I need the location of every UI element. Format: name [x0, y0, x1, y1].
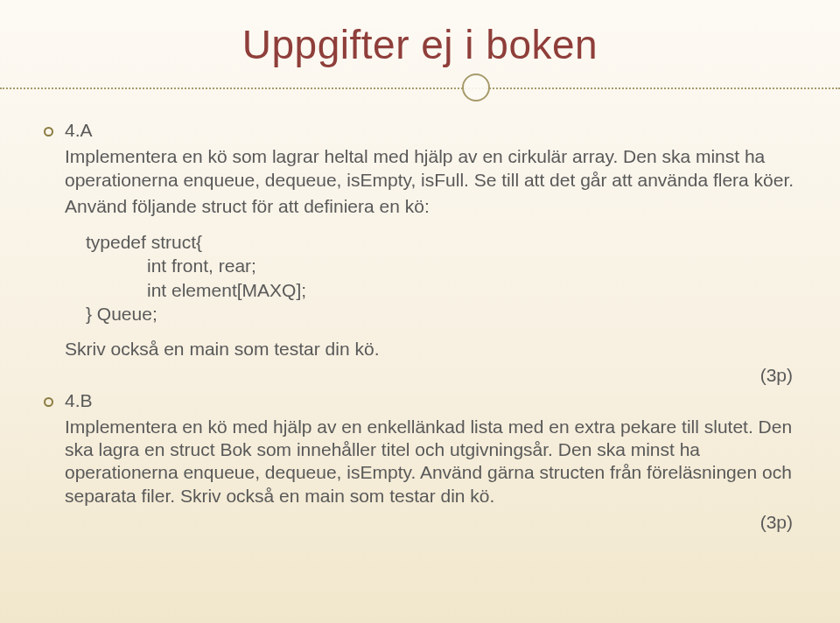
- heading-4b: 4.B: [65, 389, 798, 412]
- text-4a-p1: Implementera en kö som lagrar heltal med…: [65, 145, 798, 192]
- score-4a: (3p): [65, 364, 798, 387]
- code-line: } Queue;: [86, 302, 798, 326]
- bullet-4a: 4.A Implementera en kö som lagrar heltal…: [65, 119, 798, 388]
- slide-body: 4.A Implementera en kö som lagrar heltal…: [42, 119, 798, 534]
- text-4b-p1: Implementera en kö med hjälp av en enkel…: [65, 416, 798, 508]
- score-4b: (3p): [65, 511, 798, 534]
- bullet-4b: 4.B Implementera en kö med hjälp av en e…: [65, 389, 798, 535]
- title-divider: [42, 74, 798, 103]
- text-4a-p3: Skriv också en main som testar din kö.: [65, 338, 798, 360]
- slide-title: Uppgifter ej i boken: [42, 21, 798, 68]
- code-block: typedef struct{ int front, rear; int ele…: [86, 230, 798, 326]
- slide: Uppgifter ej i boken 4.A Implementera en…: [0, 0, 840, 623]
- code-line: int front, rear;: [86, 254, 798, 277]
- code-line: int element[MAXQ];: [86, 278, 798, 302]
- circle-icon: [462, 74, 490, 102]
- heading-4a: 4.A: [65, 119, 798, 142]
- dotted-line: [0, 88, 840, 89]
- code-line: typedef struct{: [86, 230, 798, 254]
- text-4a-p2: Använd följande struct för att definiera…: [65, 195, 798, 218]
